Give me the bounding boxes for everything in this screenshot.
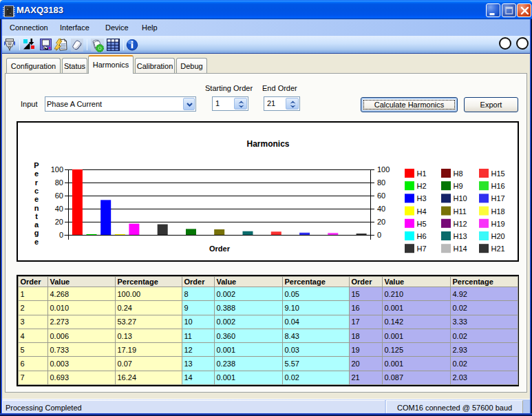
svg-text:e: e (34, 195, 39, 203)
svg-text:H10: H10 (454, 194, 467, 202)
svg-text:100: 100 (51, 165, 63, 174)
svg-text:H7: H7 (417, 245, 427, 253)
svg-text:40: 40 (377, 205, 385, 213)
svg-text:n: n (34, 204, 39, 212)
svg-text:100: 100 (377, 165, 390, 174)
svg-text:H21: H21 (491, 245, 505, 253)
svg-text:H14: H14 (454, 245, 467, 253)
svg-text:H20: H20 (491, 232, 505, 240)
svg-text:H11: H11 (454, 207, 467, 216)
svg-text:g: g (34, 229, 39, 237)
svg-text:H15: H15 (491, 169, 505, 178)
svg-text:80: 80 (55, 178, 63, 187)
svg-text:c: c (34, 187, 39, 195)
svg-text:H19: H19 (491, 220, 505, 228)
svg-text:0: 0 (377, 231, 381, 239)
svg-text:H18: H18 (491, 207, 505, 216)
svg-text:H4: H4 (417, 207, 427, 216)
svg-text:H13: H13 (454, 232, 467, 240)
svg-text:a: a (34, 220, 39, 229)
svg-text:60: 60 (55, 191, 63, 200)
svg-text:Order: Order (209, 245, 231, 253)
svg-text:H8: H8 (454, 169, 463, 178)
svg-text:0: 0 (59, 231, 63, 239)
svg-text:H5: H5 (417, 220, 427, 228)
svg-text:H17: H17 (491, 194, 505, 202)
svg-text:e: e (34, 169, 39, 178)
svg-text:20: 20 (55, 218, 63, 226)
svg-text:40: 40 (55, 205, 63, 213)
svg-text:r: r (35, 178, 39, 187)
svg-text:60: 60 (377, 191, 385, 200)
svg-text:H1: H1 (417, 169, 427, 178)
svg-text:H2: H2 (417, 182, 427, 190)
svg-text:Harmonics: Harmonics (246, 139, 289, 149)
svg-text:H9: H9 (454, 182, 463, 190)
svg-text:H6: H6 (417, 232, 427, 240)
svg-text:t: t (35, 212, 38, 220)
svg-text:H12: H12 (454, 220, 467, 228)
svg-text:20: 20 (377, 218, 385, 226)
svg-text:H16: H16 (491, 182, 505, 190)
svg-text:P: P (34, 161, 39, 169)
svg-text:H3: H3 (417, 194, 427, 202)
svg-text:e: e (34, 238, 39, 246)
svg-text:80: 80 (377, 178, 385, 187)
